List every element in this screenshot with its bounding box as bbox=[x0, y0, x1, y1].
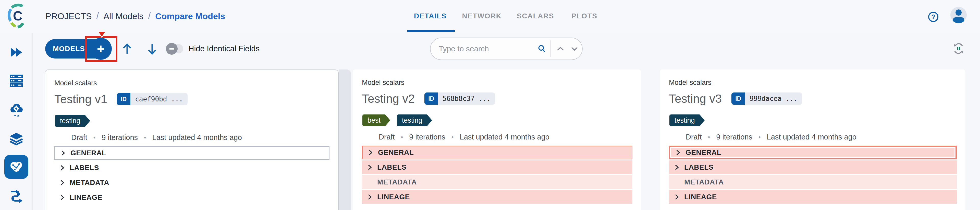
section-label: LABELS bbox=[684, 163, 714, 172]
compare-models-page: C PROJECTS / All Models / Compare Models… bbox=[0, 0, 980, 210]
card-kicker: Model scalars bbox=[669, 79, 711, 87]
section-label: METADATA bbox=[377, 178, 417, 186]
chevron-up-icon bbox=[557, 46, 564, 51]
search-divider bbox=[550, 40, 551, 57]
section-metadata[interactable]: METADATA bbox=[54, 176, 329, 189]
search-icon[interactable] bbox=[538, 44, 546, 53]
chevron-right-icon bbox=[675, 194, 679, 200]
section-label: LINEAGE bbox=[684, 193, 717, 201]
add-model-button[interactable]: + bbox=[90, 38, 112, 60]
tags-row: testing bbox=[670, 114, 711, 126]
toggle-knob bbox=[166, 43, 178, 55]
brain-models-icon bbox=[9, 160, 24, 173]
sidebar-item-datasets[interactable] bbox=[0, 127, 33, 151]
chevron-down-icon bbox=[571, 46, 578, 51]
status-separator: • bbox=[452, 134, 453, 141]
section-label: LABELS bbox=[377, 163, 407, 172]
status-row: Draft • 9 iterations • Last updated 4 mo… bbox=[686, 133, 856, 141]
section-label: LABELS bbox=[70, 164, 99, 172]
sidebar-item-models-active[interactable] bbox=[4, 155, 28, 179]
model-title: Testing v2 bbox=[362, 92, 415, 106]
section-label: LINEAGE bbox=[377, 193, 410, 201]
sections-list: GENERAL LABELS METADATA LINEAGE bbox=[669, 146, 957, 205]
section-labels[interactable]: LABELS bbox=[362, 160, 632, 174]
tab-plots[interactable]: PLOTS bbox=[572, 0, 597, 32]
tag-testing: testing bbox=[55, 115, 85, 127]
move-down-icon[interactable] bbox=[147, 43, 157, 55]
sidebar-item-getting-started[interactable] bbox=[0, 40, 33, 65]
status-separator: • bbox=[94, 134, 95, 141]
model-id-chip[interactable]: ID 999dacea ... bbox=[732, 93, 802, 105]
tag-best: best bbox=[363, 114, 385, 126]
chevron-right-icon bbox=[675, 165, 679, 170]
id-chip-value: caef90bd ... bbox=[130, 93, 188, 105]
card-kicker: Model scalars bbox=[54, 79, 97, 87]
servers-icon bbox=[9, 74, 24, 88]
section-label: LINEAGE bbox=[70, 193, 102, 202]
tab-details[interactable]: DETAILS bbox=[414, 0, 447, 32]
model-card-testing-v1: Model scalars Testing v1 ID caef90bd ...… bbox=[45, 69, 339, 210]
search-prev-button[interactable] bbox=[554, 38, 567, 60]
section-labels[interactable]: LABELS bbox=[54, 161, 329, 175]
tag-testing: testing bbox=[397, 114, 427, 126]
tags-row: best testing bbox=[363, 114, 439, 126]
search-box bbox=[430, 38, 583, 60]
model-card-testing-v3: Model scalars Testing v3 ID 999dacea ...… bbox=[660, 69, 966, 210]
clearml-logo-icon[interactable]: C bbox=[7, 3, 27, 29]
refresh-pause-icon bbox=[953, 43, 964, 54]
search-input[interactable] bbox=[438, 44, 538, 53]
section-general[interactable]: GENERAL bbox=[669, 146, 957, 159]
model-id-chip[interactable]: ID 568b8c37 ... bbox=[425, 93, 495, 105]
id-chip-label: ID bbox=[425, 93, 438, 105]
chevron-right-icon bbox=[368, 194, 372, 200]
section-general[interactable]: GENERAL bbox=[54, 146, 329, 160]
section-lineage[interactable]: LINEAGE bbox=[362, 190, 632, 204]
section-label: GENERAL bbox=[70, 149, 106, 157]
cloud-gear-icon bbox=[9, 103, 24, 118]
section-general[interactable]: GENERAL bbox=[362, 146, 632, 159]
app-sidebar bbox=[0, 33, 33, 210]
status-iterations: 9 iterations bbox=[102, 133, 138, 142]
id-chip-label: ID bbox=[117, 93, 130, 105]
status-updated: Last updated 4 months ago bbox=[767, 133, 856, 141]
section-label: GENERAL bbox=[686, 148, 721, 157]
chevron-right-icon bbox=[60, 165, 64, 171]
sections-list: GENERAL LABELS METADATA LINEAGE bbox=[54, 146, 329, 205]
model-id-chip[interactable]: ID caef90bd ... bbox=[117, 93, 188, 105]
status-separator: • bbox=[759, 134, 760, 141]
sidebar-item-workers[interactable] bbox=[0, 69, 33, 93]
help-icon[interactable]: ? bbox=[928, 12, 939, 22]
id-chip-label: ID bbox=[732, 93, 745, 105]
id-chip-value: 999dacea ... bbox=[745, 93, 802, 105]
breadcrumb-all-models[interactable]: All Models bbox=[103, 11, 143, 21]
card-title-row: Testing v3 ID 999dacea ... bbox=[669, 91, 802, 106]
sidebar-item-serving[interactable] bbox=[0, 98, 33, 123]
chevron-right-icon bbox=[676, 150, 680, 155]
user-avatar-icon[interactable] bbox=[950, 7, 967, 23]
layers-icon bbox=[9, 133, 24, 146]
status-row: Draft • 9 iterations • Last updated 4 mo… bbox=[379, 133, 549, 141]
tags-row: testing bbox=[55, 115, 97, 127]
chevron-right-icon bbox=[368, 165, 372, 170]
tab-network[interactable]: NETWORK bbox=[462, 0, 501, 32]
breadcrumb-separator: / bbox=[148, 11, 151, 21]
auto-refresh-button[interactable] bbox=[953, 43, 964, 54]
section-label: GENERAL bbox=[378, 148, 414, 157]
sidebar-item-pipelines[interactable] bbox=[0, 184, 33, 208]
move-up-icon[interactable] bbox=[122, 43, 132, 55]
section-labels[interactable]: LABELS bbox=[669, 160, 957, 174]
tab-scalars[interactable]: SCALARS bbox=[517, 0, 554, 32]
tag-testing: testing bbox=[670, 114, 700, 126]
search-next-button[interactable] bbox=[567, 38, 582, 60]
section-metadata: METADATA bbox=[362, 175, 632, 189]
pipeline-icon bbox=[10, 189, 23, 204]
breadcrumb-projects[interactable]: PROJECTS bbox=[45, 11, 92, 21]
breadcrumb: PROJECTS / All Models / Compare Models bbox=[45, 0, 225, 32]
section-lineage[interactable]: LINEAGE bbox=[54, 191, 329, 204]
hide-identical-fields-toggle[interactable] bbox=[166, 44, 183, 53]
model-title: Testing v1 bbox=[54, 92, 107, 106]
status-iterations: 9 iterations bbox=[409, 133, 445, 141]
section-lineage[interactable]: LINEAGE bbox=[669, 190, 957, 204]
model-card-testing-v2: Model scalars Testing v2 ID 568b8c37 ...… bbox=[353, 69, 641, 210]
breadcrumb-compare-models[interactable]: Compare Models bbox=[155, 11, 225, 21]
